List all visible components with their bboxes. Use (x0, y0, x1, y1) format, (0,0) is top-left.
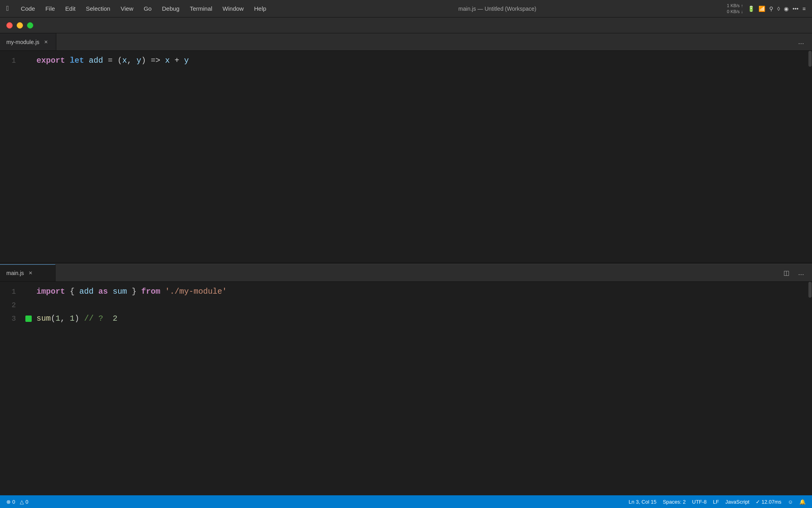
apple-icon:  (6, 4, 9, 13)
top-scrollbar-thumb[interactable] (808, 51, 812, 67)
tab-my-module[interactable]: my-module.js ✕ (0, 33, 56, 50)
code-content-1-top: export let add = (x, y) => x + y (33, 54, 189, 67)
menu-view[interactable]: View (119, 4, 135, 13)
indentation[interactable]: Spaces: 2 (663, 499, 686, 505)
menu-debug[interactable]: Debug (160, 4, 181, 13)
line-number-1-bottom: 1 (0, 285, 24, 298)
menu-file[interactable]: File (44, 4, 56, 13)
code-line-1-bottom: 1 import { add as sum } from './my-modul… (0, 285, 812, 298)
net-up: 1 KB/s ↑ (727, 3, 743, 8)
smiley-icon[interactable]: ☺ (788, 499, 793, 505)
battery-icon: 🔋 (748, 6, 755, 12)
line-ending[interactable]: LF (713, 499, 719, 505)
tab-main-js-close[interactable]: ✕ (27, 269, 34, 277)
status-bar: ⊗ 0 △ 0 Ln 3, Col 15 Spaces: 2 UTF-8 LF … (0, 495, 812, 508)
tab-my-module-label: my-module.js (6, 39, 39, 45)
errors-indicator[interactable]: ⊗ 0 △ 0 (6, 499, 28, 505)
language-mode[interactable]: JavaScript (726, 499, 750, 505)
bottom-pane-more-button[interactable]: ... (795, 267, 807, 279)
siri-icon[interactable]: ◉ (784, 6, 789, 12)
error-count: 0 (12, 499, 15, 505)
menu-selection[interactable]: Selection (84, 4, 112, 13)
code-line-3-bottom: 3 sum(1, 1) // ? 2 (0, 312, 812, 325)
line-number-1-top: 1 (0, 54, 24, 67)
menu-terminal[interactable]: Terminal (188, 4, 214, 13)
code-content-3-bottom: sum(1, 1) // ? 2 (33, 312, 117, 325)
error-icon: ⊗ (6, 499, 11, 505)
notification-bell[interactable]: 🔔 (799, 499, 806, 505)
search-icon-menu[interactable]: ⚲ (769, 6, 773, 12)
close-button[interactable] (6, 22, 13, 29)
menu-go[interactable]: Go (142, 4, 153, 13)
system-status-icons: 🔋 📶 ⚲ ◊ ◉ ••• ≡ (748, 6, 806, 12)
menu-window[interactable]: Window (221, 4, 245, 13)
control-center-icon[interactable]: ◊ (777, 6, 780, 12)
window-title: main.js — Untitled (Workspace) (458, 6, 536, 12)
bottom-scrollbar-thumb[interactable] (808, 282, 812, 298)
encoding[interactable]: UTF-8 (692, 499, 707, 505)
menu-code[interactable]: Code (19, 4, 37, 13)
code-content-1-bottom: import { add as sum } from './my-module' (33, 285, 227, 298)
split-editor-button[interactable]: ◫ (781, 267, 792, 278)
bottom-code-editor[interactable]: 1 import { add as sum } from './my-modul… (0, 282, 812, 494)
quokka-result-dot (25, 316, 32, 322)
menu-help[interactable]: Help (253, 4, 268, 13)
top-pane: my-module.js ✕ ... 1 export let add = (x… (0, 33, 812, 264)
top-tab-bar: my-module.js ✕ ... (0, 33, 812, 51)
gutter-3-bottom (24, 316, 33, 322)
bottom-scrollbar[interactable] (808, 282, 812, 494)
traffic-lights (6, 22, 33, 29)
top-pane-more-button[interactable]: ... (795, 36, 807, 48)
wifi-icon: 📶 (758, 6, 765, 12)
line-number-2-bottom: 2 (0, 298, 24, 312)
editor-area: my-module.js ✕ ... 1 export let add = (x… (0, 33, 812, 494)
top-code-editor[interactable]: 1 export let add = (x, y) => x + y (0, 51, 812, 263)
tab-my-module-close[interactable]: ✕ (42, 38, 50, 46)
network-stats: 1 KB/s ↑ 0 KB/s ↓ (727, 3, 743, 14)
more-icons: ••• (793, 6, 799, 12)
line-number-3-bottom: 3 (0, 312, 24, 325)
cursor-position[interactable]: Ln 3, Col 15 (629, 499, 657, 505)
maximize-button[interactable] (27, 22, 33, 29)
bottom-tab-bar: main.js ✕ ◫ ... (0, 264, 812, 282)
list-icon: ≡ (802, 6, 806, 12)
menu-edit[interactable]: Edit (64, 4, 77, 13)
minimize-button[interactable] (17, 22, 23, 29)
code-line-2-bottom: 2 (0, 298, 812, 312)
bottom-pane: main.js ✕ ◫ ... 1 import { add as sum } … (0, 264, 812, 494)
menubar:  Code File Edit Selection View Go Debug… (0, 0, 812, 17)
tab-main-js[interactable]: main.js ✕ (0, 264, 56, 281)
quokka-status[interactable]: ✓ 12.07ms (756, 499, 781, 505)
tab-main-js-label: main.js (6, 270, 24, 276)
code-line-1-top: 1 export let add = (x, y) => x + y (0, 54, 812, 67)
warning-icon: △ (20, 499, 24, 505)
top-scrollbar[interactable] (808, 51, 812, 263)
warning-count: 0 (25, 499, 28, 505)
net-down: 0 KB/s ↓ (727, 9, 743, 14)
